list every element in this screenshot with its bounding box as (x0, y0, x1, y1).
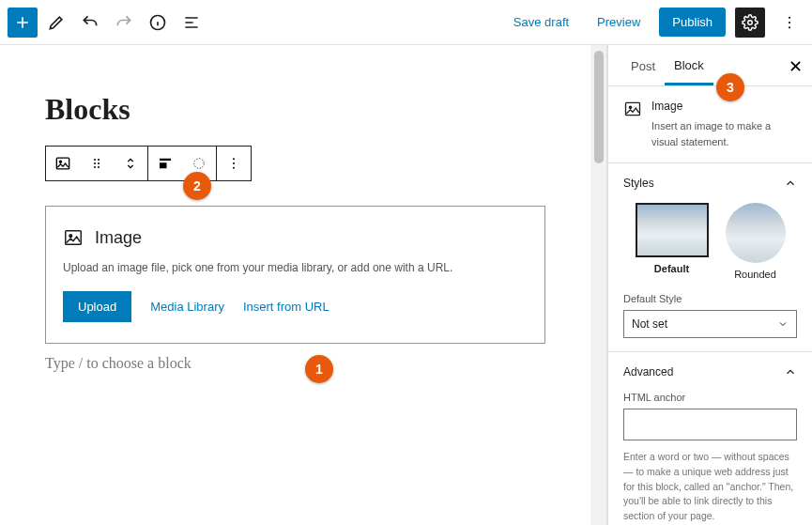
drag-handle-icon[interactable] (80, 147, 114, 180)
svg-point-17 (233, 162, 235, 164)
svg-point-12 (98, 166, 100, 168)
publish-button[interactable]: Publish (659, 8, 726, 37)
page-title[interactable]: Blocks (45, 92, 545, 127)
anchor-label: HTML anchor (623, 392, 797, 403)
advanced-heading-label: Advanced (623, 365, 673, 378)
annotation-badge-1: 1 (305, 355, 333, 383)
default-style-value: Not set (632, 317, 667, 331)
tab-block[interactable]: Block (665, 46, 713, 85)
svg-point-3 (789, 21, 790, 23)
anchor-help-text: Enter a word or two — without spaces — t… (623, 450, 797, 524)
align-button[interactable] (148, 147, 182, 180)
image-block-description: Upload an image file, pick one from your… (63, 261, 528, 274)
svg-rect-13 (160, 159, 171, 161)
outline-button[interactable] (176, 8, 207, 38)
default-style-select[interactable]: Not set (623, 310, 797, 338)
main-container: Blocks (0, 45, 812, 525)
style-rounded-thumb (726, 203, 786, 263)
svg-point-20 (69, 235, 72, 238)
info-button[interactable] (143, 8, 173, 38)
svg-point-1 (748, 20, 753, 24)
svg-point-15 (194, 159, 205, 169)
scrollbar[interactable] (590, 45, 607, 525)
svg-point-7 (94, 159, 96, 161)
block-toolbar (45, 146, 252, 181)
settings-sidebar: Post Block ✕ 3 Image Insert an image to … (607, 45, 812, 525)
advanced-heading[interactable]: Advanced (623, 365, 797, 378)
svg-rect-21 (626, 102, 640, 115)
scrollbar-thumb[interactable] (594, 51, 604, 163)
advanced-section: Advanced HTML anchor Enter a word or two… (608, 352, 812, 525)
svg-point-4 (789, 26, 790, 28)
media-library-button[interactable]: Media Library (150, 300, 224, 314)
undo-button[interactable] (75, 8, 105, 38)
svg-point-2 (789, 16, 790, 18)
top-left-tools (8, 8, 207, 38)
svg-point-6 (59, 161, 61, 162)
styles-section: Styles Default Rounded Default Style Not… (608, 163, 812, 352)
chevron-up-icon (784, 365, 797, 378)
chevron-down-icon (777, 318, 789, 330)
top-right-tools: Save draft Preview Publish (504, 8, 804, 38)
svg-rect-19 (66, 231, 82, 245)
tab-post[interactable]: Post (621, 47, 665, 84)
annotation-badge-2: 2 (183, 172, 211, 200)
svg-point-18 (233, 167, 235, 169)
svg-point-10 (98, 162, 100, 164)
block-more-button[interactable] (217, 147, 251, 180)
image-block-placeholder: Image Upload an image file, pick one fro… (45, 206, 545, 344)
svg-point-11 (94, 166, 96, 168)
default-style-label: Default Style (623, 293, 797, 304)
chevron-up-icon (784, 177, 797, 190)
redo-button[interactable] (109, 8, 139, 38)
svg-point-8 (98, 159, 100, 161)
close-sidebar-button[interactable]: ✕ (789, 56, 803, 77)
style-rounded-label: Rounded (734, 269, 776, 280)
svg-point-9 (94, 162, 96, 164)
block-type-description: Insert an image to make a visual stateme… (651, 118, 797, 149)
edit-tool-button[interactable] (41, 8, 71, 38)
editor-canvas: Blocks (0, 45, 590, 525)
block-type-label: Image (651, 100, 797, 113)
svg-point-16 (233, 158, 235, 160)
annotation-badge-3: 3 (716, 73, 744, 101)
preview-button[interactable]: Preview (588, 9, 650, 35)
sidebar-tabs: Post Block ✕ (608, 45, 812, 86)
styles-heading-label: Styles (623, 177, 654, 190)
style-default-label: Default (654, 263, 689, 274)
style-default-thumb (636, 203, 709, 257)
upload-button[interactable]: Upload (63, 291, 131, 322)
image-icon (63, 227, 84, 248)
add-block-button[interactable] (8, 8, 38, 38)
block-info-section: Image Insert an image to make a visual s… (608, 86, 812, 163)
svg-point-22 (629, 106, 631, 108)
image-block-title: Image (95, 228, 142, 248)
block-type-icon[interactable] (46, 147, 80, 180)
image-icon (623, 100, 642, 149)
style-default[interactable]: Default (636, 203, 709, 280)
move-updown-icon[interactable] (114, 147, 147, 180)
image-block-actions: Upload Media Library Insert from URL (63, 291, 528, 322)
settings-button[interactable] (735, 8, 765, 38)
top-toolbar: Save draft Preview Publish (0, 0, 812, 45)
styles-heading[interactable]: Styles (623, 177, 797, 190)
style-rounded[interactable]: Rounded (726, 203, 786, 280)
more-menu-button[interactable] (774, 8, 804, 38)
anchor-input[interactable] (623, 409, 797, 440)
insert-from-url-button[interactable]: Insert from URL (243, 300, 329, 314)
block-appender[interactable]: Type / to choose a block (45, 355, 545, 372)
save-draft-button[interactable]: Save draft (504, 9, 578, 35)
svg-rect-14 (160, 162, 167, 168)
